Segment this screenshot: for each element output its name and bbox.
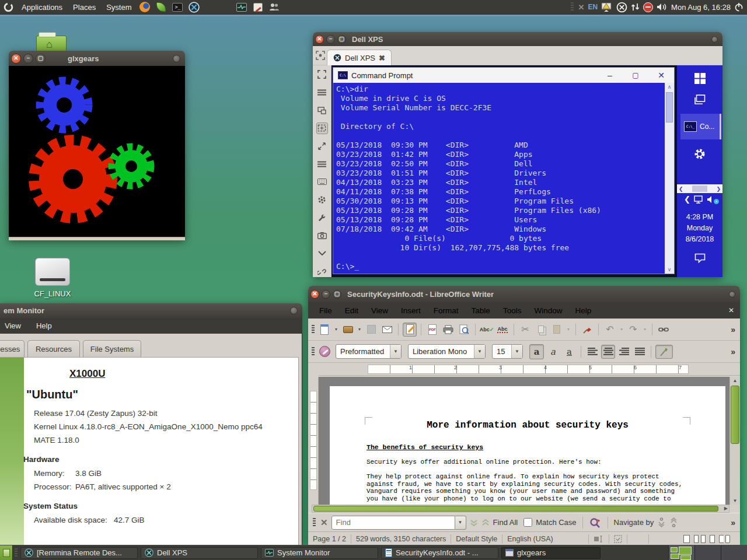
document-area[interactable]: More information about security keys The…	[319, 377, 729, 505]
shutdown-icon[interactable]	[734, 2, 743, 12]
find-close-icon[interactable]: ✕	[320, 517, 328, 528]
window-menu-button[interactable]	[290, 307, 298, 314]
scroll-left-icon[interactable]: ❮	[679, 186, 683, 192]
remmina-launcher-icon[interactable]	[188, 1, 200, 13]
settings-gear-icon[interactable]	[677, 148, 722, 160]
workspace-2[interactable]	[694, 545, 721, 560]
close-button[interactable]: ✕	[11, 54, 21, 64]
scroll-right-icon[interactable]: ▶	[724, 506, 728, 511]
tab-processes[interactable]: cesses	[0, 340, 25, 358]
match-case-checkbox[interactable]	[523, 518, 532, 527]
align-left-icon[interactable]	[585, 345, 599, 359]
save-icon[interactable]	[364, 323, 378, 337]
paste-dropdown-icon[interactable]: ▾	[566, 327, 571, 332]
workspace-1[interactable]	[668, 545, 694, 560]
taskbar-scrollbar[interactable]: ❮ ❯	[677, 184, 722, 193]
menu-edit[interactable]: Edit	[338, 306, 365, 315]
justify-icon[interactable]	[633, 345, 647, 359]
clock-date[interactable]: 8/6/2018	[677, 235, 722, 243]
align-center-icon[interactable]	[601, 345, 615, 359]
scaled-mode-icon[interactable]	[316, 123, 328, 134]
autospellcheck-icon[interactable]: Abc	[495, 323, 509, 337]
start-button[interactable]	[677, 73, 722, 84]
minimize-button[interactable]: –	[326, 35, 335, 44]
find-all-button[interactable]: Find All	[493, 518, 518, 527]
grab-keyboard-icon[interactable]	[316, 158, 328, 170]
menu-applications[interactable]: Applications	[16, 0, 68, 15]
cmd-scrollbar[interactable]: ∧ ∨	[665, 83, 674, 274]
disconnect-icon[interactable]	[316, 265, 328, 277]
open-icon[interactable]	[341, 323, 355, 337]
insert-mode-icon[interactable]	[594, 536, 604, 542]
find-and-replace-icon[interactable]	[589, 517, 602, 528]
clock-time[interactable]: 4:28 PM	[677, 213, 722, 221]
screenshot-icon[interactable]	[316, 230, 328, 242]
resize-icon[interactable]	[316, 141, 328, 152]
undo-icon[interactable]: ↶	[603, 323, 617, 337]
selection-mode-icon[interactable]	[614, 535, 622, 543]
network-activity-icon[interactable]	[631, 2, 640, 12]
minimize-button[interactable]: –	[23, 54, 33, 64]
fit-window-icon[interactable]	[316, 51, 325, 60]
maximize-button[interactable]: ▢	[337, 35, 346, 44]
page-view-icon[interactable]	[710, 535, 715, 543]
page-count[interactable]: Page 1 / 2	[313, 535, 346, 543]
print-preview-icon[interactable]	[457, 323, 471, 337]
tray-close-icon[interactable]: ✕	[578, 3, 585, 12]
show-desktop-button[interactable]	[0, 545, 13, 560]
display-warning-icon[interactable]	[601, 2, 613, 12]
window-menu-button[interactable]	[729, 291, 735, 298]
tab-resources[interactable]: Resources	[27, 340, 80, 358]
menu-view[interactable]: View	[5, 321, 21, 330]
close-document-icon[interactable]: ✕	[722, 306, 740, 314]
text-language[interactable]: English (USA)	[507, 535, 553, 543]
window-menu-button[interactable]	[711, 36, 718, 43]
find-previous-icon[interactable]	[481, 519, 490, 527]
tab-file-systems[interactable]: File Systems	[83, 340, 141, 358]
taskbar-button-dell-xps[interactable]: Dell XPS	[141, 547, 258, 559]
combo-dropdown-icon[interactable]: ▼	[511, 345, 522, 358]
cmd-close-button[interactable]: ✕	[648, 71, 674, 80]
spelling-icon[interactable]: Abc✓	[480, 323, 494, 337]
maximize-button[interactable]: ▢	[333, 290, 341, 299]
print-icon[interactable]	[441, 323, 455, 337]
menu-window[interactable]: Window	[528, 306, 568, 315]
command-prompt-output[interactable]: C:\>dir Volume in drive C is OS Volume S…	[333, 83, 674, 274]
menu-places[interactable]: Places	[68, 0, 101, 15]
edit-mode-icon[interactable]	[403, 323, 417, 337]
scroll-thumb[interactable]	[731, 386, 739, 444]
find-next-icon[interactable]	[470, 519, 478, 527]
taskbar-button-writer[interactable]: SecurityKeysInfo.odt - ...	[381, 547, 498, 559]
underline-button[interactable]: a	[562, 344, 577, 359]
toolbar-grip[interactable]	[313, 518, 316, 527]
updates-blocked-icon[interactable]	[643, 2, 653, 12]
redo-dropdown-icon[interactable]: ▾	[642, 327, 648, 332]
horizontal-ruler[interactable]: 1 2 3 4 5 6 7	[319, 363, 740, 376]
minimize-button[interactable]: –	[322, 290, 330, 299]
align-right-icon[interactable]	[617, 345, 631, 359]
remmina-tray-icon[interactable]	[616, 2, 627, 13]
paragraph-style-combo[interactable]: Preformatted ▼	[336, 344, 402, 359]
font-size-combo[interactable]: 15 ▼	[492, 344, 523, 359]
collapse-toolbar-icon[interactable]	[316, 248, 328, 260]
undo-dropdown-icon[interactable]: ▾	[619, 327, 624, 332]
cmd-maximize-button[interactable]: ▢	[623, 71, 648, 79]
dynamic-resolution-icon[interactable]	[316, 104, 328, 116]
remote-desktop-viewport[interactable]: C:\ Command Prompt – ▢ ✕ C:\>dir Volume …	[331, 65, 722, 277]
email-icon[interactable]	[380, 323, 394, 337]
menu-icon[interactable]	[316, 87, 328, 99]
document-page[interactable]: More information about security keys The…	[330, 386, 725, 505]
vertical-scrollbar[interactable]: ▲ ▼	[729, 377, 740, 505]
scroll-thumb[interactable]	[666, 92, 673, 123]
taskbar-button-remmina-main[interactable]: [Remmina Remote Des...	[20, 547, 138, 559]
menu-tools[interactable]: Tools	[497, 306, 528, 315]
hyperlink-icon[interactable]	[657, 323, 671, 337]
network-display-icon[interactable]	[694, 195, 704, 204]
desktop-icon-cf-linux[interactable]: CF_LINUX	[29, 257, 76, 302]
menu-help[interactable]: Help	[568, 306, 598, 315]
scroll-thumb[interactable]	[313, 506, 718, 512]
paste-icon[interactable]	[550, 323, 564, 337]
keyboard-layout-indicator[interactable]: EN	[588, 3, 598, 11]
toolbar-overflow-icon[interactable]: »	[731, 518, 735, 527]
close-button[interactable]: ✕	[315, 35, 324, 44]
